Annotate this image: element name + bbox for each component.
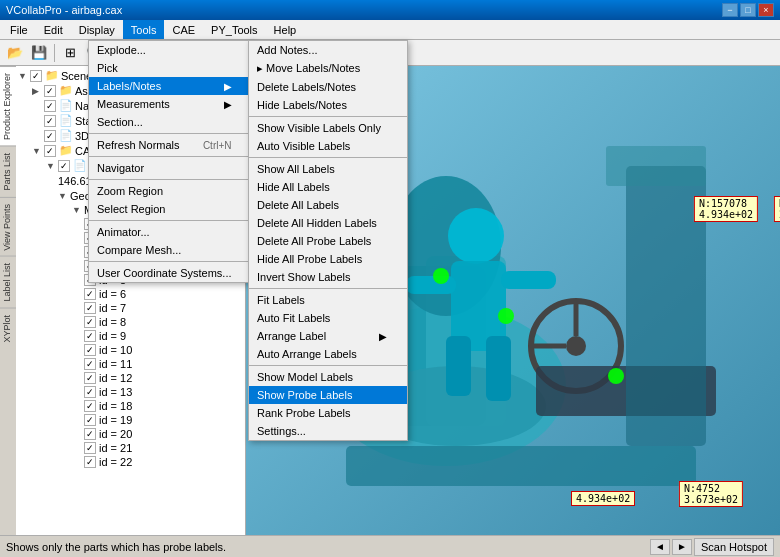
tab-xyplot[interactable]: XYPlot [0, 308, 16, 349]
toolbar-zoom-fit[interactable]: ⊞ [59, 42, 81, 64]
submenu-invert-show-label: Invert Show Labels [257, 271, 351, 283]
tree-checkbox[interactable]: ✓ [44, 130, 56, 142]
menu-tools[interactable]: Tools [123, 20, 165, 39]
tree-item-id-=22[interactable]: ✓id = 22 [18, 455, 243, 469]
menu-compare-mesh[interactable]: Compare Mesh... [89, 241, 252, 259]
menu-labels-notes[interactable]: Labels/Notes ▶ [89, 77, 252, 95]
tree-checkbox[interactable]: ✓ [44, 85, 56, 97]
svg-point-19 [498, 308, 514, 324]
submenu-auto-visible[interactable]: Auto Visible Labels [249, 137, 407, 155]
maximize-button[interactable]: □ [740, 3, 756, 17]
tree-toggle: ▶ [32, 86, 44, 96]
tree-checkbox[interactable]: ✓ [84, 344, 96, 356]
menu-measurements[interactable]: Measurements ▶ [89, 95, 252, 113]
submenu-hide-probe[interactable]: Hide All Probe Labels [249, 250, 407, 268]
menu-py-tools[interactable]: PY_Tools [203, 20, 265, 39]
sep3 [89, 179, 252, 180]
menu-zoom-region[interactable]: Zoom Region [89, 182, 252, 200]
submenu-delete-labels[interactable]: Delete Labels/Notes [249, 78, 407, 96]
tree-checkbox[interactable]: ✓ [44, 145, 56, 157]
tree-item-id-=6[interactable]: ✓id = 6 [18, 287, 243, 301]
tree-item-id-=19[interactable]: ✓id = 19 [18, 413, 243, 427]
nav-forward-button[interactable]: ► [672, 539, 692, 555]
tab-label-list[interactable]: Label List [0, 256, 16, 308]
menu-animator[interactable]: Animator... [89, 223, 252, 241]
tree-item-id-=10[interactable]: ✓id = 10 [18, 343, 243, 357]
tree-checkbox[interactable]: ✓ [84, 288, 96, 300]
nav-back-button[interactable]: ◄ [650, 539, 670, 555]
submenu-delete-hidden[interactable]: Delete All Hidden Labels [249, 214, 407, 232]
tree-item-id-=12[interactable]: ✓id = 12 [18, 371, 243, 385]
tree-checkbox[interactable]: ✓ [58, 160, 70, 172]
tree-checkbox[interactable]: ✓ [84, 428, 96, 440]
submenu-rank-probe-label: Rank Probe Labels [257, 407, 351, 419]
submenu-delete-probe[interactable]: Delete All Probe Labels [249, 232, 407, 250]
close-button[interactable]: × [758, 3, 774, 17]
tree-item-id-=8[interactable]: ✓id = 8 [18, 315, 243, 329]
menu-section[interactable]: Section... [89, 113, 252, 131]
toolbar-save[interactable]: 💾 [28, 42, 50, 64]
folder-icon: 📁 [45, 69, 59, 82]
submenu-show-probe[interactable]: Show Probe Labels [249, 386, 407, 404]
submenu-auto-fit[interactable]: Auto Fit Labels [249, 309, 407, 327]
tree-checkbox[interactable]: ✓ [84, 400, 96, 412]
submenu-settings[interactable]: Settings... [249, 422, 407, 440]
submenu-hide-all[interactable]: Hide All Labels [249, 178, 407, 196]
tab-view-points[interactable]: View Points [0, 197, 16, 257]
tree-checkbox[interactable]: ✓ [44, 115, 56, 127]
submenu-hide-labels[interactable]: Hide Labels/Notes [249, 96, 407, 114]
submenu-add-notes[interactable]: Add Notes... [249, 41, 407, 59]
submenu-rank-probe[interactable]: Rank Probe Labels [249, 404, 407, 422]
submenu-invert-show[interactable]: Invert Show Labels [249, 268, 407, 286]
submenu-delete-probe-label: Delete All Probe Labels [257, 235, 371, 247]
tree-item-id-=13[interactable]: ✓id = 13 [18, 385, 243, 399]
tree-checkbox[interactable]: ✓ [84, 456, 96, 468]
menu-select-region[interactable]: Select Region [89, 200, 252, 218]
tree-item-id-=18[interactable]: ✓id = 18 [18, 399, 243, 413]
tree-checkbox[interactable]: ✓ [84, 414, 96, 426]
menu-display[interactable]: Display [71, 20, 123, 39]
tree-checkbox[interactable]: ✓ [84, 386, 96, 398]
submenu-move-labels[interactable]: ▸ Move Labels/Notes [249, 59, 407, 78]
tree-checkbox[interactable]: ✓ [30, 70, 42, 82]
menu-explode[interactable]: Explode... [89, 41, 252, 59]
sidebar-vertical-tabs: Product Explorer Parts List View Points … [0, 66, 16, 535]
tree-checkbox[interactable]: ✓ [84, 358, 96, 370]
tree-item-id-=20[interactable]: ✓id = 20 [18, 427, 243, 441]
tree-checkbox[interactable]: ✓ [84, 302, 96, 314]
submenu-fit-labels[interactable]: Fit Labels [249, 291, 407, 309]
scan-hotspot-button[interactable]: Scan Hotspot [694, 538, 774, 556]
sep-sub4 [249, 365, 407, 366]
menu-file[interactable]: File [2, 20, 36, 39]
submenu-delete-all[interactable]: Delete All Labels [249, 196, 407, 214]
tree-checkbox[interactable]: ✓ [84, 316, 96, 328]
menu-user-coord[interactable]: User Coordinate Systems... [89, 264, 252, 282]
submenu-show-all-label: Show All Labels [257, 163, 335, 175]
tree-item-id-=9[interactable]: ✓id = 9 [18, 329, 243, 343]
tree-checkbox[interactable]: ✓ [84, 372, 96, 384]
tab-product-explorer[interactable]: Product Explorer [0, 66, 16, 146]
tree-item-id-=21[interactable]: ✓id = 21 [18, 441, 243, 455]
tree-toggle: ▼ [72, 205, 84, 215]
menu-refresh-normals[interactable]: Refresh Normals Ctrl+N [89, 136, 252, 154]
toolbar-open[interactable]: 📂 [4, 42, 26, 64]
tree-item-id-=11[interactable]: ✓id = 11 [18, 357, 243, 371]
menu-pick[interactable]: Pick [89, 59, 252, 77]
tab-parts-list[interactable]: Parts List [0, 146, 16, 197]
tree-checkbox[interactable]: ✓ [84, 442, 96, 454]
tree-label: id = 12 [99, 372, 132, 384]
submenu-show-model[interactable]: Show Model Labels [249, 368, 407, 386]
tree-checkbox[interactable]: ✓ [44, 100, 56, 112]
minimize-button[interactable]: − [722, 3, 738, 17]
submenu-arrange-label[interactable]: Arrange Label ▶ [249, 327, 407, 345]
tree-item-id-=7[interactable]: ✓id = 7 [18, 301, 243, 315]
menu-navigator[interactable]: Navigator [89, 159, 252, 177]
submenu-auto-arrange[interactable]: Auto Arrange Labels [249, 345, 407, 363]
submenu-show-visible[interactable]: Show Visible Labels Only [249, 119, 407, 137]
menu-edit[interactable]: Edit [36, 20, 71, 39]
tree-checkbox[interactable]: ✓ [84, 330, 96, 342]
menu-help[interactable]: Help [266, 20, 305, 39]
menu-cae[interactable]: CAE [164, 20, 203, 39]
submenu-show-all[interactable]: Show All Labels [249, 160, 407, 178]
tree-label: id = 18 [99, 400, 132, 412]
